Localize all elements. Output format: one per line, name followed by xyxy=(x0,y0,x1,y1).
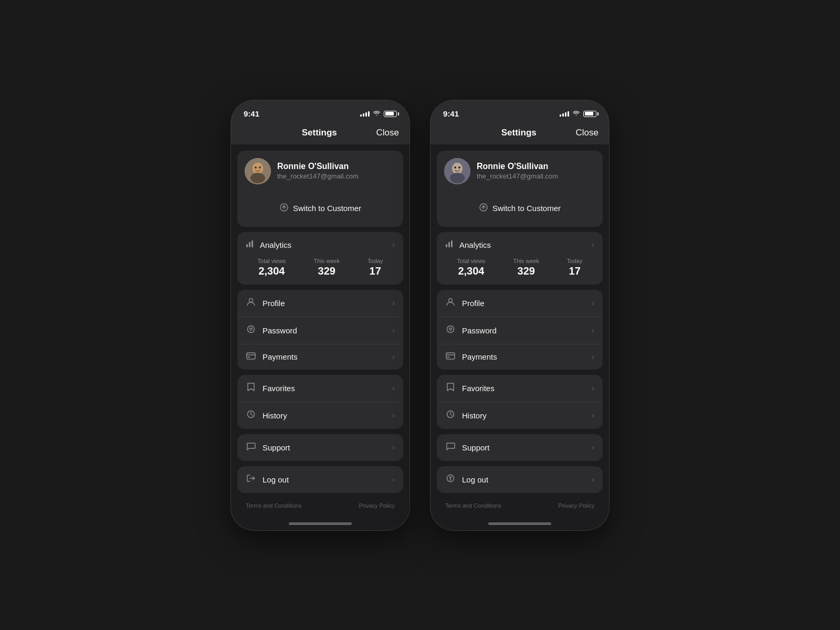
support-chevron-1: › xyxy=(392,443,395,452)
phone-2: 9:41 Settings Close xyxy=(430,100,609,530)
analytics-header-2[interactable]: Analytics › xyxy=(437,232,603,258)
favorites-chevron-2: › xyxy=(592,384,594,392)
svg-point-20 xyxy=(458,166,460,169)
analytics-stats-2: Total views 2,304 This week 329 Today 17 xyxy=(437,258,603,285)
terms-link-1[interactable]: Terms and Conditions xyxy=(246,502,301,509)
menu-group-2-2: Favorites › History › xyxy=(437,375,603,429)
nav-bar-1: Settings Close xyxy=(231,123,410,144)
support-label-2: Support xyxy=(462,443,490,452)
svg-point-27 xyxy=(450,329,452,331)
svg-point-11 xyxy=(250,329,252,331)
wifi-icon-1 xyxy=(373,110,381,118)
svg-rect-24 xyxy=(451,240,453,247)
status-bar-2: 9:41 xyxy=(430,100,609,123)
favorites-label-1: Favorites xyxy=(262,384,295,393)
logout-item-1[interactable]: Log out › xyxy=(237,466,403,493)
favorites-chevron-1: › xyxy=(392,384,395,392)
analytics-stats-1: Total views 2,304 This week 329 Today 17 xyxy=(237,258,403,285)
status-bar-1: 9:41 xyxy=(231,100,410,123)
stat-today-1: Today 17 xyxy=(368,258,383,277)
password-label-2: Password xyxy=(462,326,497,335)
payments-label-2: Payments xyxy=(462,352,497,361)
support-item-1[interactable]: Support › xyxy=(237,434,403,461)
password-label-1: Password xyxy=(262,326,297,335)
analytics-card-2: Analytics › Total views 2,304 This week … xyxy=(437,232,603,285)
payments-icon-1 xyxy=(246,352,256,362)
history-icon-2 xyxy=(445,410,456,422)
profile-item-2[interactable]: Profile › xyxy=(437,290,603,317)
payments-item-2[interactable]: Payments › xyxy=(437,344,603,370)
switch-label-1: Switch to Customer xyxy=(293,204,361,213)
history-icon-1 xyxy=(246,410,256,422)
stat-this-week-2: This week 329 xyxy=(513,258,539,277)
switch-customer-button-1[interactable]: Switch to Customer xyxy=(245,197,396,219)
history-item-1[interactable]: History › xyxy=(237,402,403,429)
user-info-row-1: Ronnie O'Sullivan the_rocket147@gmail.co… xyxy=(245,158,396,184)
support-icon-1 xyxy=(246,442,256,454)
menu-group-2-1: Favorites › History › xyxy=(237,375,403,429)
content-2: Ronnie O'Sullivan the_rocket147@gmail.co… xyxy=(430,144,609,518)
svg-rect-8 xyxy=(251,240,253,247)
home-indicator-2 xyxy=(430,518,609,530)
analytics-chevron-1: › xyxy=(392,240,395,249)
svg-point-2 xyxy=(253,163,263,174)
profile-item-1[interactable]: Profile › xyxy=(237,290,403,317)
password-chevron-2: › xyxy=(592,326,594,334)
user-email-2: the_rocket147@gmail.com xyxy=(477,172,595,180)
analytics-title-2: Analytics xyxy=(459,240,491,249)
password-item-1[interactable]: Password › xyxy=(237,317,403,344)
payments-chevron-2: › xyxy=(592,353,594,361)
logout-item-2[interactable]: Log out › xyxy=(437,466,603,493)
profile-label-1: Profile xyxy=(262,299,285,308)
history-item-2[interactable]: History › xyxy=(437,402,603,429)
logout-label-2: Log out xyxy=(462,475,488,484)
support-item-2[interactable]: Support › xyxy=(437,434,603,461)
user-name-1: Ronnie O'Sullivan xyxy=(277,162,396,171)
svg-point-9 xyxy=(249,298,253,302)
privacy-link-1[interactable]: Privacy Policy xyxy=(359,502,395,509)
battery-icon-2 xyxy=(583,111,596,117)
payments-label-1: Payments xyxy=(262,352,298,361)
menu-group-4-2: Log out › xyxy=(437,466,603,493)
menu-group-1-1: Profile › Password › xyxy=(237,290,403,370)
analytics-icon-2 xyxy=(445,239,454,250)
password-item-2[interactable]: Password › xyxy=(437,317,603,344)
switch-icon-1 xyxy=(279,203,289,214)
user-info-row-2: Ronnie O'Sullivan the_rocket147@gmail.co… xyxy=(444,158,595,184)
terms-link-2[interactable]: Terms and Conditions xyxy=(445,502,501,509)
close-button-2[interactable]: Close xyxy=(576,128,598,138)
svg-point-25 xyxy=(449,298,453,302)
settings-title-1: Settings xyxy=(302,128,337,138)
user-card-2: Ronnie O'Sullivan the_rocket147@gmail.co… xyxy=(437,151,603,227)
analytics-card-1: Analytics › Total views 2,304 This week … xyxy=(237,232,403,285)
user-text-1: Ronnie O'Sullivan the_rocket147@gmail.co… xyxy=(277,162,396,180)
profile-chevron-1: › xyxy=(392,299,395,307)
analytics-header-1[interactable]: Analytics › xyxy=(237,232,403,258)
stat-today-2: Today 17 xyxy=(567,258,582,277)
svg-rect-30 xyxy=(447,356,449,358)
password-chevron-1: › xyxy=(392,326,395,334)
svg-rect-6 xyxy=(246,244,248,247)
svg-rect-23 xyxy=(448,242,450,247)
logout-chevron-1: › xyxy=(392,475,395,484)
payments-item-1[interactable]: Payments › xyxy=(237,344,403,370)
signal-icon-2 xyxy=(560,111,569,117)
privacy-link-2[interactable]: Privacy Policy xyxy=(559,502,594,509)
wifi-icon-2 xyxy=(572,110,580,118)
history-label-1: History xyxy=(262,411,287,420)
status-icons-1 xyxy=(360,110,397,118)
switch-customer-button-2[interactable]: Switch to Customer xyxy=(444,197,595,219)
profile-icon-1 xyxy=(246,297,256,309)
svg-rect-28 xyxy=(446,353,455,359)
svg-point-18 xyxy=(452,163,463,174)
analytics-chevron-2: › xyxy=(592,240,594,249)
password-icon-1 xyxy=(246,324,256,337)
switch-icon-2 xyxy=(479,203,488,214)
close-button-1[interactable]: Close xyxy=(376,128,399,138)
footer-2: Terms and Conditions Privacy Policy xyxy=(437,498,603,512)
history-chevron-1: › xyxy=(392,411,395,419)
footer-1: Terms and Conditions Privacy Policy xyxy=(237,498,403,512)
favorites-item-1[interactable]: Favorites › xyxy=(237,375,403,402)
support-label-1: Support xyxy=(262,443,290,452)
favorites-item-2[interactable]: Favorites › xyxy=(437,375,603,402)
